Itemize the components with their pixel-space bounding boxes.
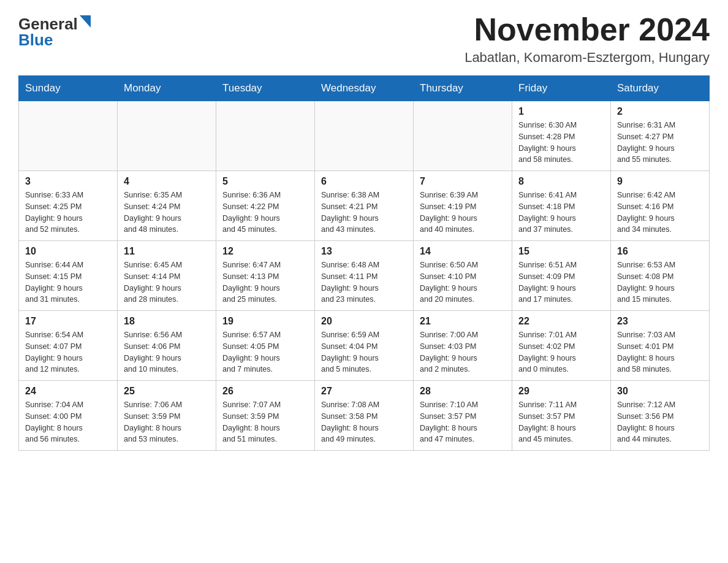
header-thursday: Thursday bbox=[414, 76, 512, 101]
day-number: 23 bbox=[617, 316, 703, 327]
logo: General Blue bbox=[18, 16, 91, 48]
day-number: 8 bbox=[518, 176, 604, 187]
day-number: 17 bbox=[25, 316, 111, 327]
weekday-header-row: Sunday Monday Tuesday Wednesday Thursday… bbox=[19, 76, 710, 101]
day-info: Sunrise: 6:30 AMSunset: 4:28 PMDaylight:… bbox=[518, 120, 604, 166]
day-number: 5 bbox=[222, 176, 308, 187]
day-number: 1 bbox=[518, 106, 604, 117]
header-saturday: Saturday bbox=[611, 76, 710, 101]
header-wednesday: Wednesday bbox=[315, 76, 414, 101]
day-number: 2 bbox=[617, 106, 703, 117]
day-number: 19 bbox=[222, 316, 308, 327]
day-info: Sunrise: 6:50 AMSunset: 4:10 PMDaylight:… bbox=[420, 259, 506, 305]
day-info: Sunrise: 6:53 AMSunset: 4:08 PMDaylight:… bbox=[617, 259, 703, 305]
calendar-cell-w1-d2 bbox=[118, 101, 216, 171]
day-info: Sunrise: 6:44 AMSunset: 4:15 PMDaylight:… bbox=[25, 259, 111, 305]
calendar-cell-w3-d3: 12Sunrise: 6:47 AMSunset: 4:13 PMDayligh… bbox=[216, 241, 315, 311]
day-number: 20 bbox=[321, 316, 407, 327]
location-title: Labatlan, Komarom-Esztergom, Hungary bbox=[464, 50, 710, 66]
calendar-cell-w1-d4 bbox=[315, 101, 414, 171]
day-number: 12 bbox=[222, 246, 308, 257]
calendar-table: Sunday Monday Tuesday Wednesday Thursday… bbox=[18, 75, 710, 451]
week-row-2: 3Sunrise: 6:33 AMSunset: 4:25 PMDaylight… bbox=[19, 171, 710, 241]
day-number: 25 bbox=[124, 386, 210, 397]
calendar-cell-w2-d7: 9Sunrise: 6:42 AMSunset: 4:16 PMDaylight… bbox=[611, 171, 710, 241]
calendar-cell-w2-d6: 8Sunrise: 6:41 AMSunset: 4:18 PMDaylight… bbox=[512, 171, 611, 241]
day-info: Sunrise: 7:00 AMSunset: 4:03 PMDaylight:… bbox=[420, 329, 506, 375]
day-info: Sunrise: 6:36 AMSunset: 4:22 PMDaylight:… bbox=[222, 190, 308, 236]
day-number: 11 bbox=[124, 246, 210, 257]
day-info: Sunrise: 6:38 AMSunset: 4:21 PMDaylight:… bbox=[321, 190, 407, 236]
day-number: 3 bbox=[25, 176, 111, 187]
calendar-cell-w4-d6: 22Sunrise: 7:01 AMSunset: 4:02 PMDayligh… bbox=[512, 311, 611, 381]
day-info: Sunrise: 7:06 AMSunset: 3:59 PMDaylight:… bbox=[124, 399, 210, 445]
header-monday: Monday bbox=[118, 76, 216, 101]
day-info: Sunrise: 7:04 AMSunset: 4:00 PMDaylight:… bbox=[25, 399, 111, 445]
day-number: 21 bbox=[420, 316, 506, 327]
title-area: November 2024 Labatlan, Komarom-Esztergo… bbox=[464, 12, 710, 66]
day-info: Sunrise: 6:45 AMSunset: 4:14 PMDaylight:… bbox=[124, 259, 210, 305]
day-info: Sunrise: 7:01 AMSunset: 4:02 PMDaylight:… bbox=[518, 329, 604, 375]
day-info: Sunrise: 6:47 AMSunset: 4:13 PMDaylight:… bbox=[222, 259, 308, 305]
calendar-cell-w3-d1: 10Sunrise: 6:44 AMSunset: 4:15 PMDayligh… bbox=[19, 241, 118, 311]
day-number: 9 bbox=[617, 176, 703, 187]
calendar-cell-w4-d2: 18Sunrise: 6:56 AMSunset: 4:06 PMDayligh… bbox=[118, 311, 216, 381]
day-number: 28 bbox=[420, 386, 506, 397]
day-number: 6 bbox=[321, 176, 407, 187]
day-info: Sunrise: 6:39 AMSunset: 4:19 PMDaylight:… bbox=[420, 190, 506, 236]
calendar-cell-w5-d2: 25Sunrise: 7:06 AMSunset: 3:59 PMDayligh… bbox=[118, 381, 216, 451]
day-info: Sunrise: 7:07 AMSunset: 3:59 PMDaylight:… bbox=[222, 399, 308, 445]
calendar-cell-w3-d4: 13Sunrise: 6:48 AMSunset: 4:11 PMDayligh… bbox=[315, 241, 414, 311]
calendar-cell-w3-d5: 14Sunrise: 6:50 AMSunset: 4:10 PMDayligh… bbox=[414, 241, 512, 311]
day-info: Sunrise: 6:54 AMSunset: 4:07 PMDaylight:… bbox=[25, 329, 111, 375]
calendar-cell-w4-d3: 19Sunrise: 6:57 AMSunset: 4:05 PMDayligh… bbox=[216, 311, 315, 381]
week-row-1: 1Sunrise: 6:30 AMSunset: 4:28 PMDaylight… bbox=[19, 101, 710, 171]
day-number: 30 bbox=[617, 386, 703, 397]
calendar-cell-w2-d1: 3Sunrise: 6:33 AMSunset: 4:25 PMDaylight… bbox=[19, 171, 118, 241]
week-row-5: 24Sunrise: 7:04 AMSunset: 4:00 PMDayligh… bbox=[19, 381, 710, 451]
calendar-cell-w5-d3: 26Sunrise: 7:07 AMSunset: 3:59 PMDayligh… bbox=[216, 381, 315, 451]
calendar-cell-w2-d4: 6Sunrise: 6:38 AMSunset: 4:21 PMDaylight… bbox=[315, 171, 414, 241]
day-number: 4 bbox=[124, 176, 210, 187]
calendar-cell-w3-d7: 16Sunrise: 6:53 AMSunset: 4:08 PMDayligh… bbox=[611, 241, 710, 311]
calendar-cell-w2-d2: 4Sunrise: 6:35 AMSunset: 4:24 PMDaylight… bbox=[118, 171, 216, 241]
header: General Blue November 2024 Labatlan, Kom… bbox=[18, 12, 710, 66]
day-number: 22 bbox=[518, 316, 604, 327]
day-number: 29 bbox=[518, 386, 604, 397]
week-row-3: 10Sunrise: 6:44 AMSunset: 4:15 PMDayligh… bbox=[19, 241, 710, 311]
day-number: 27 bbox=[321, 386, 407, 397]
logo-flag-icon bbox=[80, 15, 91, 30]
day-info: Sunrise: 6:51 AMSunset: 4:09 PMDaylight:… bbox=[518, 259, 604, 305]
calendar-cell-w4-d5: 21Sunrise: 7:00 AMSunset: 4:03 PMDayligh… bbox=[414, 311, 512, 381]
calendar-cell-w5-d5: 28Sunrise: 7:10 AMSunset: 3:57 PMDayligh… bbox=[414, 381, 512, 451]
day-number: 26 bbox=[222, 386, 308, 397]
day-number: 18 bbox=[124, 316, 210, 327]
day-info: Sunrise: 6:33 AMSunset: 4:25 PMDaylight:… bbox=[25, 190, 111, 236]
week-row-4: 17Sunrise: 6:54 AMSunset: 4:07 PMDayligh… bbox=[19, 311, 710, 381]
day-info: Sunrise: 6:35 AMSunset: 4:24 PMDaylight:… bbox=[124, 190, 210, 236]
header-tuesday: Tuesday bbox=[216, 76, 315, 101]
calendar-cell-w1-d7: 2Sunrise: 6:31 AMSunset: 4:27 PMDaylight… bbox=[611, 101, 710, 171]
calendar-cell-w2-d5: 7Sunrise: 6:39 AMSunset: 4:19 PMDaylight… bbox=[414, 171, 512, 241]
svg-marker-0 bbox=[80, 15, 91, 28]
calendar-cell-w3-d6: 15Sunrise: 6:51 AMSunset: 4:09 PMDayligh… bbox=[512, 241, 611, 311]
day-info: Sunrise: 7:08 AMSunset: 3:58 PMDaylight:… bbox=[321, 399, 407, 445]
calendar-cell-w5-d1: 24Sunrise: 7:04 AMSunset: 4:00 PMDayligh… bbox=[19, 381, 118, 451]
day-info: Sunrise: 7:11 AMSunset: 3:57 PMDaylight:… bbox=[518, 399, 604, 445]
day-info: Sunrise: 6:48 AMSunset: 4:11 PMDaylight:… bbox=[321, 259, 407, 305]
calendar-cell-w5-d4: 27Sunrise: 7:08 AMSunset: 3:58 PMDayligh… bbox=[315, 381, 414, 451]
calendar-cell-w1-d6: 1Sunrise: 6:30 AMSunset: 4:28 PMDaylight… bbox=[512, 101, 611, 171]
calendar-cell-w1-d5 bbox=[414, 101, 512, 171]
calendar-cell-w5-d7: 30Sunrise: 7:12 AMSunset: 3:56 PMDayligh… bbox=[611, 381, 710, 451]
day-info: Sunrise: 6:59 AMSunset: 4:04 PMDaylight:… bbox=[321, 329, 407, 375]
month-title: November 2024 bbox=[464, 12, 710, 47]
calendar-cell-w4-d4: 20Sunrise: 6:59 AMSunset: 4:04 PMDayligh… bbox=[315, 311, 414, 381]
calendar-cell-w5-d6: 29Sunrise: 7:11 AMSunset: 3:57 PMDayligh… bbox=[512, 381, 611, 451]
day-info: Sunrise: 6:42 AMSunset: 4:16 PMDaylight:… bbox=[617, 190, 703, 236]
day-number: 24 bbox=[25, 386, 111, 397]
calendar-cell-w2-d3: 5Sunrise: 6:36 AMSunset: 4:22 PMDaylight… bbox=[216, 171, 315, 241]
day-info: Sunrise: 7:12 AMSunset: 3:56 PMDaylight:… bbox=[617, 399, 703, 445]
calendar-cell-w4-d7: 23Sunrise: 7:03 AMSunset: 4:01 PMDayligh… bbox=[611, 311, 710, 381]
logo-general: General bbox=[18, 16, 78, 32]
day-info: Sunrise: 6:31 AMSunset: 4:27 PMDaylight:… bbox=[617, 120, 703, 166]
